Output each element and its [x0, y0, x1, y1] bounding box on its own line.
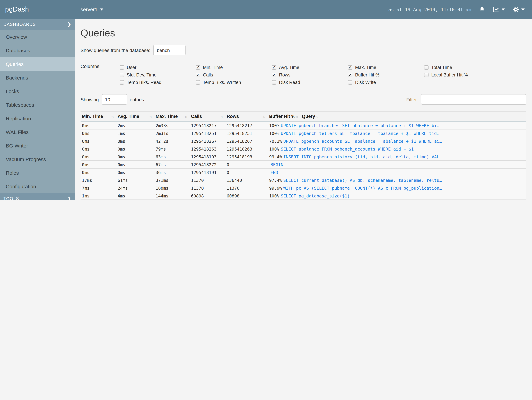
checkbox-icon[interactable]: [196, 65, 200, 70]
query-link[interactable]: END: [269, 170, 526, 175]
value-cell: 0ms: [116, 170, 154, 175]
query-link[interactable]: UPDATE pgbench_tellers SET tbalance = tb…: [279, 131, 526, 136]
column-checkbox-row[interactable]: Temp Blks. Written: [196, 78, 272, 86]
value-cell: 60898: [190, 193, 225, 198]
database-label: Show queries from the database:: [81, 47, 150, 53]
checkbox-icon[interactable]: [272, 65, 276, 70]
query-link[interactable]: SELECT abalance FROM pgbench_accounts WH…: [279, 146, 526, 151]
checkbox-label: Calls: [203, 72, 242, 77]
column-checkbox-row[interactable]: User: [120, 63, 196, 71]
checkbox-icon[interactable]: [348, 80, 352, 84]
sort-icon: ↑↓: [149, 114, 152, 118]
query-link[interactable]: BEGIN: [269, 162, 526, 167]
sidebar-section-header[interactable]: DASHBOARDS ❯: [0, 19, 75, 30]
checkbox-icon[interactable]: [424, 65, 429, 70]
column-checkbox-row[interactable]: Disk Read: [272, 78, 348, 86]
value-cell: 0ms: [81, 123, 116, 128]
checkbox-icon[interactable]: [120, 65, 124, 70]
column-header[interactable]: Query ↑↓: [301, 112, 320, 121]
column-checkbox-row[interactable]: Avg. Time: [272, 63, 348, 71]
query-link[interactable]: SELECT pg_database_size($1): [279, 193, 526, 198]
sidebar-item[interactable]: Databases: [0, 44, 75, 57]
sidebar-item-label: BG Writer: [6, 143, 28, 148]
checkbox-icon[interactable]: [272, 80, 276, 84]
value-cell: 0ms: [116, 162, 154, 167]
value-cell: 0ms: [81, 146, 116, 151]
checkbox-icon[interactable]: [348, 65, 352, 70]
query-link[interactable]: UPDATE pgbench_branches SET bbalance = b…: [279, 123, 526, 128]
value-cell: 1ms: [81, 193, 116, 198]
checkbox-icon[interactable]: [272, 73, 276, 77]
column-checkbox-row[interactable]: Rows: [272, 71, 348, 78]
column-checkbox-row[interactable]: Disk Write: [348, 78, 424, 86]
column-header[interactable]: Avg. Time ↑↓: [116, 112, 154, 121]
checkbox-icon[interactable]: [120, 80, 124, 84]
row-values: 0ms2ms2m33s12954182171295418217100%: [81, 122, 279, 129]
column-checkbox-row[interactable]: Std. Dev. Time: [120, 71, 196, 78]
page-title: Queries: [81, 27, 526, 39]
columns-group: Avg. Time Rows Disk Read: [272, 63, 348, 86]
query-link[interactable]: UPDATE pgbench_accounts SET abalance = a…: [282, 139, 526, 144]
column-header[interactable]: Buffer Hit % ↑↓: [268, 112, 301, 121]
sidebar-item[interactable]: Configuration: [0, 179, 75, 193]
checkbox-icon[interactable]: [196, 73, 200, 77]
value-cell: 0: [225, 162, 268, 167]
sidebar-item[interactable]: Roles: [0, 166, 75, 179]
value-cell: 17ms: [81, 178, 116, 183]
notifications-button[interactable]: [479, 6, 485, 13]
page-size-input[interactable]: [101, 94, 127, 105]
charts-menu-button[interactable]: [493, 6, 505, 13]
column-header[interactable]: Rows ↑↓: [225, 112, 268, 121]
sidebar-item[interactable]: Overview: [0, 30, 75, 44]
sidebar-item[interactable]: Tablespaces: [0, 98, 75, 111]
checkbox-icon[interactable]: [424, 73, 429, 77]
sidebar-item[interactable]: BG Writer: [0, 139, 75, 152]
server-selector[interactable]: server1: [81, 6, 103, 12]
column-checkbox-row[interactable]: Total Time: [424, 63, 500, 71]
column-checkbox-row[interactable]: Temp Blks. Read: [120, 78, 196, 86]
column-checkbox-row[interactable]: Min. Time: [196, 63, 272, 71]
checkbox-icon[interactable]: [196, 80, 200, 84]
column-checkbox-row[interactable]: Local Buffer Hit %: [424, 71, 500, 78]
sidebar-item[interactable]: Replication: [0, 111, 75, 125]
sidebar-item[interactable]: WAL Files: [0, 125, 75, 139]
filter-input[interactable]: [421, 94, 526, 105]
checkbox-icon[interactable]: [120, 73, 124, 77]
query-link[interactable]: WITH pc AS (SELECT pubname, COUNT(*) AS …: [282, 185, 526, 190]
settings-menu-button[interactable]: [512, 6, 525, 13]
column-checkbox-row[interactable]: Calls: [196, 71, 272, 78]
column-header[interactable]: Min. Time ↑↓: [81, 112, 116, 121]
sidebar-item[interactable]: Locks: [0, 84, 75, 98]
chevron-right-icon: ❯: [67, 196, 71, 200]
sidebar-item[interactable]: Vacuum Progress: [0, 152, 75, 166]
value-cell: 2m33s: [154, 123, 190, 128]
sidebar-section: DASHBOARDS ❯ Overview Databases Queries …: [0, 19, 75, 193]
column-checkbox-row[interactable]: Buffer Hit %: [348, 71, 424, 78]
table-controls: Showing entries Filter:: [81, 94, 526, 105]
value-cell: 11370: [190, 178, 225, 183]
column-header-label: Query: [302, 114, 315, 119]
sidebar-item[interactable]: Queries: [0, 57, 75, 71]
query-link[interactable]: INSERT INTO pgbench_history (tid, bid, a…: [282, 154, 526, 159]
checkbox-icon[interactable]: [348, 73, 352, 77]
database-input[interactable]: [153, 45, 186, 55]
query-link[interactable]: SELECT current_database() AS db, scheman…: [282, 178, 526, 183]
value-cell: 0ms: [116, 139, 154, 144]
column-checkbox-row[interactable]: Max. Time: [348, 63, 424, 71]
sort-icon: ↑↓: [296, 114, 298, 118]
row-values: 7ms24ms188ms113701137099.9%: [81, 184, 282, 192]
value-cell: 97.4%: [268, 178, 282, 183]
sidebar-section-header[interactable]: TOOLS ❯: [0, 193, 75, 200]
brand-logo[interactable]: pgDash: [0, 6, 75, 13]
value-cell: 1295418263: [225, 146, 268, 151]
column-header[interactable]: Calls ↑↓: [190, 112, 225, 121]
value-cell: 0ms: [81, 139, 116, 144]
value-cell: 144ms: [154, 193, 190, 198]
row-values: 0ms0ms79ms12954182631295418263100%: [81, 145, 279, 152]
value-cell: 100%: [268, 146, 279, 151]
sidebar-item[interactable]: Backends: [0, 71, 75, 84]
column-header[interactable]: Max. Time ↑↓: [154, 112, 190, 121]
value-cell: 1ms: [116, 131, 154, 136]
sidebar-section-label: DASHBOARDS: [3, 22, 36, 27]
value-cell: 1295418263: [190, 146, 225, 151]
